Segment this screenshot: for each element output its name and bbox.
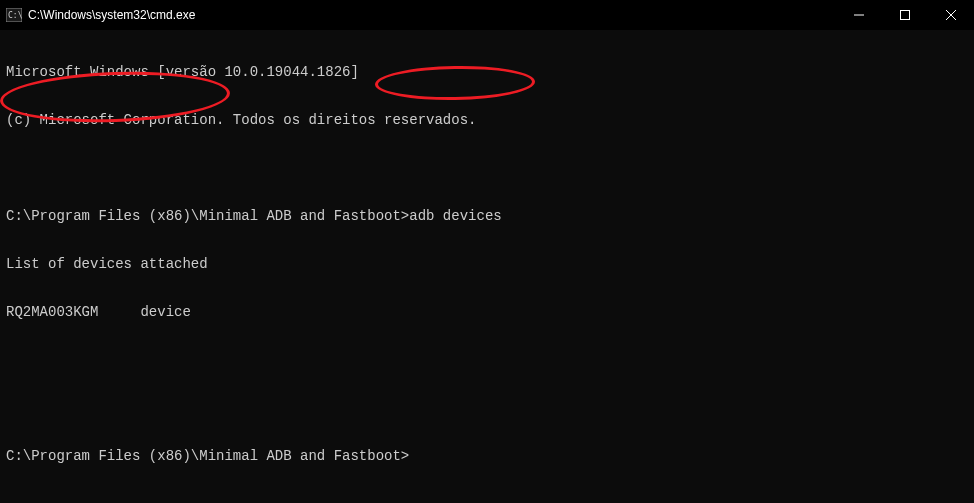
svg-text:C:\: C:\ [8, 11, 22, 20]
minimize-button[interactable] [836, 0, 882, 30]
close-button[interactable] [928, 0, 974, 30]
titlebar: C:\ C:\Windows\system32\cmd.exe [0, 0, 974, 30]
prompt-path: C:\Program Files (x86)\Minimal ADB and F… [6, 208, 409, 224]
svg-rect-3 [901, 11, 910, 20]
cmd-icon: C:\ [6, 8, 22, 22]
terminal-area[interactable]: Microsoft Windows [versão 10.0.19044.182… [0, 30, 974, 503]
prompt-path: C:\Program Files (x86)\Minimal ADB and F… [6, 448, 409, 464]
window-controls [836, 0, 974, 30]
window-title: C:\Windows\system32\cmd.exe [28, 8, 195, 22]
copyright-line: (c) Microsoft Corporation. Todos os dire… [6, 112, 968, 128]
prompt-line-2: C:\Program Files (x86)\Minimal ADB and F… [6, 448, 968, 464]
device-line: RQ2MA003KGM device [6, 304, 968, 320]
version-line: Microsoft Windows [versão 10.0.19044.182… [6, 64, 968, 80]
blank-line [6, 400, 968, 416]
blank-line [6, 160, 968, 176]
blank-line [6, 352, 968, 368]
maximize-button[interactable] [882, 0, 928, 30]
prompt-line-1: C:\Program Files (x86)\Minimal ADB and F… [6, 208, 968, 224]
prompt-command: adb devices [409, 208, 501, 224]
titlebar-left: C:\ C:\Windows\system32\cmd.exe [6, 8, 195, 22]
output-header: List of devices attached [6, 256, 968, 272]
